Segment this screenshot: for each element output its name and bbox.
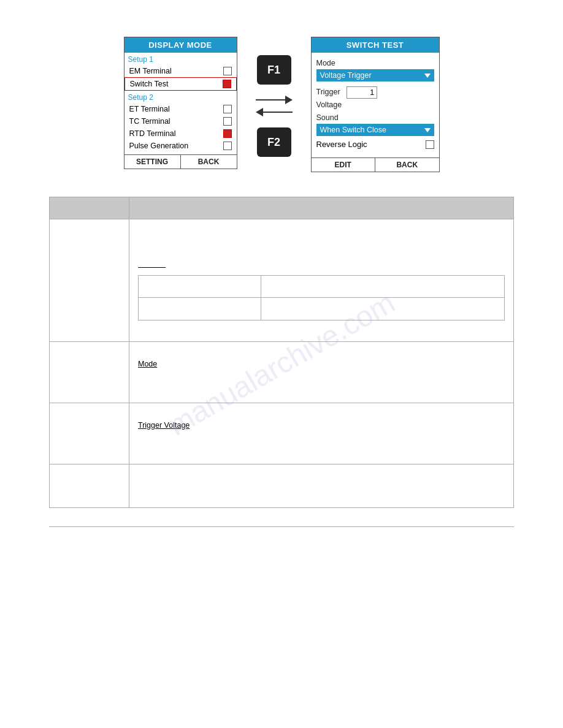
switch-test-checkbox[interactable] [223, 80, 231, 88]
sound-dropdown[interactable]: When Switch Close [316, 124, 434, 136]
switch-test-footer: EDIT BACK [312, 157, 439, 172]
mode-dropdown[interactable]: Voltage Trigger [316, 69, 434, 82]
et-terminal-row: ET Terminal [124, 103, 237, 115]
diagram-area: DISPLAY MODE Setup 1 EM Terminal Switch … [0, 0, 563, 191]
tc-terminal-checkbox[interactable] [223, 117, 232, 126]
reverse-logic-checkbox[interactable] [426, 140, 434, 149]
voltage-label: Voltage [316, 100, 342, 109]
em-terminal-row: EM Terminal [124, 65, 237, 77]
setup1-label: Setup 1 [124, 53, 237, 65]
table-header-row [50, 197, 513, 219]
mode-label: Mode [316, 59, 434, 67]
mode-dropdown-arrow-icon [424, 74, 431, 78]
table-row-2: Mode [50, 342, 513, 403]
tc-terminal-row: TC Terminal [124, 115, 237, 127]
pulse-generation-label: Pulse Generation [129, 142, 189, 150]
sub-row-2 [139, 298, 504, 320]
pulse-generation-checkbox[interactable] [223, 142, 232, 150]
back-button-right[interactable]: BACK [375, 158, 439, 172]
row2-content: Mode [138, 347, 505, 381]
et-terminal-label: ET Terminal [129, 105, 170, 113]
header-col-right [129, 197, 513, 219]
setup2-label: Setup 2 [124, 91, 237, 103]
setting-button[interactable]: SETTING [124, 155, 180, 169]
reverse-logic-label: Reverse Logic [316, 140, 367, 149]
sub-row1-left [139, 276, 261, 297]
switch-panel-body: Mode Voltage Trigger Trigger Voltage Sou… [312, 53, 439, 155]
switch-test-label: Switch Test [130, 80, 169, 88]
row3-col-left [50, 403, 129, 464]
arrow-right-icon [256, 96, 293, 104]
reverse-logic-row: Reverse Logic [316, 140, 434, 149]
rtd-terminal-row: RTD Terminal [124, 127, 237, 140]
display-mode-panel: DISPLAY MODE Setup 1 EM Terminal Switch … [124, 37, 237, 169]
em-terminal-label: EM Terminal [129, 67, 172, 75]
row3-underline: Trigger Voltage [138, 421, 190, 430]
back-button-left[interactable]: BACK [180, 155, 237, 169]
sound-label: Sound [316, 113, 434, 122]
sound-value: When Switch Close [320, 126, 386, 134]
pulse-generation-row: Pulse Generation [124, 140, 237, 152]
sub-row2-left [139, 298, 261, 320]
f1-button[interactable]: F1 [257, 55, 291, 85]
middle-controls: F1 F2 [256, 55, 293, 157]
rtd-terminal-checkbox[interactable] [223, 129, 232, 138]
table-row-1 [50, 219, 513, 342]
row1-col-left [50, 219, 129, 341]
sub-row2-right [261, 298, 504, 320]
f2-button[interactable]: F2 [257, 127, 291, 157]
table-row-4 [50, 464, 513, 507]
row2-col-left [50, 342, 129, 403]
row2-col-right: Mode [129, 342, 513, 403]
row3-col-right: Trigger Voltage [129, 403, 513, 464]
trigger-label: Trigger [316, 88, 342, 96]
trigger-voltage-section: Trigger Voltage [316, 85, 434, 111]
sub-row1-right [261, 276, 504, 297]
row1-col-right [129, 219, 513, 341]
et-terminal-checkbox[interactable] [223, 105, 232, 113]
rtd-terminal-label: RTD Terminal [129, 129, 176, 138]
tc-terminal-label: TC Terminal [129, 117, 170, 126]
header-col-left [50, 197, 129, 219]
display-mode-header: DISPLAY MODE [124, 37, 237, 53]
row3-content: Trigger Voltage [138, 408, 505, 442]
display-mode-footer: SETTING BACK [124, 154, 237, 169]
arrow-left-icon [256, 108, 293, 116]
switch-test-header: SWITCH TEST [312, 37, 439, 53]
row4-col-left [50, 464, 129, 507]
row2-underline: Mode [138, 360, 157, 368]
sound-dropdown-arrow-icon [424, 128, 431, 132]
main-table: Mode Trigger Voltage [49, 197, 514, 508]
switch-test-panel: SWITCH TEST Mode Voltage Trigger Trigger… [311, 37, 440, 172]
bottom-line [49, 526, 514, 527]
mode-value: Voltage Trigger [320, 71, 372, 80]
em-terminal-checkbox[interactable] [223, 67, 232, 75]
row1-content [138, 224, 505, 320]
row4-col-right [129, 464, 513, 507]
switch-test-row: Switch Test [124, 77, 237, 91]
sub-row-1 [139, 276, 504, 298]
edit-button[interactable]: EDIT [312, 158, 375, 172]
row1-sub-table [138, 275, 505, 320]
trigger-voltage-input[interactable] [347, 86, 377, 99]
row1-underline [138, 260, 166, 268]
table-row-3: Trigger Voltage [50, 403, 513, 464]
